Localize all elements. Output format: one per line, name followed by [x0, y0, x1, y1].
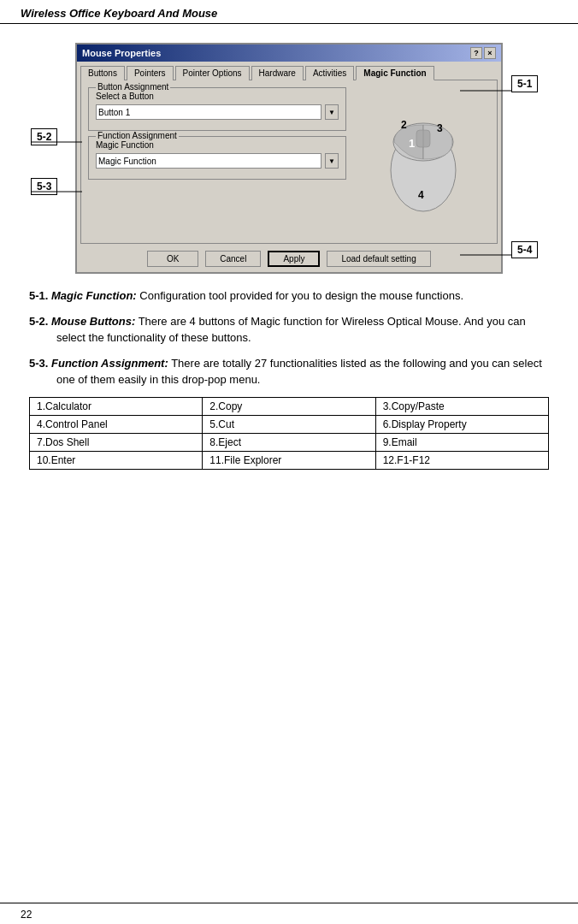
cancel-button[interactable]: Cancel [205, 251, 261, 267]
section-5-1-num: 5-1. [29, 289, 48, 302]
function-select-row: ▼ [96, 153, 339, 169]
section-5-3-title: Function Assignment: [51, 357, 168, 370]
dialog-right-panel: 1 2 3 4 [353, 87, 490, 236]
dialog-spacer [88, 185, 346, 236]
ok-button[interactable]: OK [147, 251, 198, 267]
dialog-title: Mouse Properties [82, 48, 161, 58]
button-assignment-label: Button Assignment [96, 82, 170, 92]
select-button-text: Select a Button [96, 92, 173, 101]
button-select-input[interactable] [96, 104, 321, 120]
cell-3-3: 9.Email [375, 433, 548, 451]
svg-text:3: 3 [437, 122, 443, 134]
tab-magic-function[interactable]: Magic Function [356, 66, 434, 80]
dialog-box: Mouse Properties ? × Buttons Pointers Po… [75, 43, 503, 274]
cell-2-3: 6.Display Property [375, 415, 548, 433]
section-5-2-title: Mouse Buttons: [51, 315, 135, 328]
cell-2-2: 5.Cut [203, 415, 375, 433]
help-button[interactable]: ? [470, 47, 482, 59]
titlebar-buttons: ? × [470, 47, 496, 59]
cell-3-1: 7.Dos Shell [30, 433, 203, 451]
callout-line-2 [31, 137, 82, 154]
button-select-arrow[interactable]: ▼ [325, 104, 339, 120]
tab-activities[interactable]: Activities [305, 66, 354, 80]
section-5-1: 5-1. Magic Function: Configuration tool … [29, 287, 557, 305]
section-5-3-num: 5-3. [29, 357, 48, 370]
function-table-container: 1.Calculator 2.Copy 3.Copy/Paste 4.Contr… [29, 397, 549, 470]
dialog-tabs: Buttons Pointers Pointer Options Hardwar… [77, 62, 501, 80]
section-5-1-title: Magic Function: [51, 289, 137, 302]
tab-hardware[interactable]: Hardware [251, 66, 304, 80]
cell-1-1: 1.Calculator [30, 397, 203, 415]
dialog-area: 5-1 5-4 5-2 5-3 [75, 43, 503, 274]
apply-button[interactable]: Apply [268, 251, 320, 267]
mouse-illustration: 1 2 3 4 [362, 106, 481, 217]
cell-2-1: 4.Control Panel [30, 415, 203, 433]
button-assignment-group: Button Assignment Select a Button ▼ [88, 87, 346, 131]
tab-buttons[interactable]: Buttons [80, 66, 125, 80]
table-row: 1.Calculator 2.Copy 3.Copy/Paste [30, 397, 549, 415]
page-footer: 22 [0, 903, 578, 924]
cell-4-2: 11.File Explorer [203, 451, 375, 469]
callout-line-4 [460, 250, 511, 267]
table-row: 7.Dos Shell 8.Eject 9.Email [30, 433, 549, 451]
tab-pointer-options[interactable]: Pointer Options [175, 66, 250, 80]
table-row: 4.Control Panel 5.Cut 6.Display Property [30, 415, 549, 433]
mouse-svg: 1 2 3 4 [362, 106, 481, 217]
table-body: 1.Calculator 2.Copy 3.Copy/Paste 4.Contr… [30, 397, 549, 469]
function-label-row: Magic Function [96, 140, 339, 150]
section-5-1-text: 5-1. Magic Function: Configuration tool … [29, 287, 557, 305]
page-header: Wireless Office Keyboard And Mouse [0, 0, 578, 24]
page-content: 5-1 5-4 5-2 5-3 [0, 24, 578, 495]
function-assignment-group: Function Assignment Magic Function ▼ [88, 136, 346, 180]
section-5-3: 5-3. Function Assignment: There are tota… [29, 355, 557, 388]
cell-1-3: 3.Copy/Paste [375, 397, 548, 415]
magic-function-text: Magic Function [96, 140, 173, 150]
section-5-2-text: 5-2. Mouse Buttons: There are 4 buttons … [29, 313, 557, 346]
select-button-row: Select a Button [96, 92, 339, 101]
cell-1-2: 2.Copy [203, 397, 375, 415]
section-5-2-num: 5-2. [29, 315, 48, 328]
function-select-arrow[interactable]: ▼ [325, 153, 339, 169]
page-number: 22 [21, 909, 32, 921]
dialog-titlebar: Mouse Properties ? × [77, 44, 501, 62]
dialog-left-panel: Button Assignment Select a Button ▼ F [88, 87, 346, 236]
svg-text:1: 1 [409, 137, 415, 150]
section-5-2: 5-2. Mouse Buttons: There are 4 buttons … [29, 313, 557, 346]
function-assignment-label: Function Assignment [96, 131, 179, 140]
dialog-body: Button Assignment Select a Button ▼ F [80, 80, 498, 244]
cell-3-2: 8.Eject [203, 433, 375, 451]
load-default-button[interactable]: Load default setting [327, 251, 430, 267]
callout-line-1 [460, 86, 511, 103]
cell-4-3: 12.F1-F12 [375, 451, 548, 469]
section-5-3-text: 5-3. Function Assignment: There are tota… [29, 355, 557, 388]
function-table: 1.Calculator 2.Copy 3.Copy/Paste 4.Contr… [29, 397, 549, 470]
table-row: 10.Enter 11.File Explorer 12.F1-F12 [30, 451, 549, 469]
dialog-content-area: Button Assignment Select a Button ▼ F [88, 87, 490, 236]
svg-text:2: 2 [401, 119, 407, 131]
function-select-input[interactable] [96, 153, 321, 169]
tab-pointers[interactable]: Pointers [127, 66, 174, 80]
close-button[interactable]: × [484, 47, 496, 59]
callout-line-3 [31, 187, 82, 204]
svg-text:4: 4 [418, 189, 424, 201]
section-5-1-body: Configuration tool provided for you to d… [139, 289, 463, 302]
dialog-buttons-row: OK Cancel Apply Load default setting [77, 247, 501, 272]
cell-4-1: 10.Enter [30, 451, 203, 469]
header-title: Wireless Office Keyboard And Mouse [21, 7, 217, 20]
button-select-row: ▼ [96, 104, 339, 120]
